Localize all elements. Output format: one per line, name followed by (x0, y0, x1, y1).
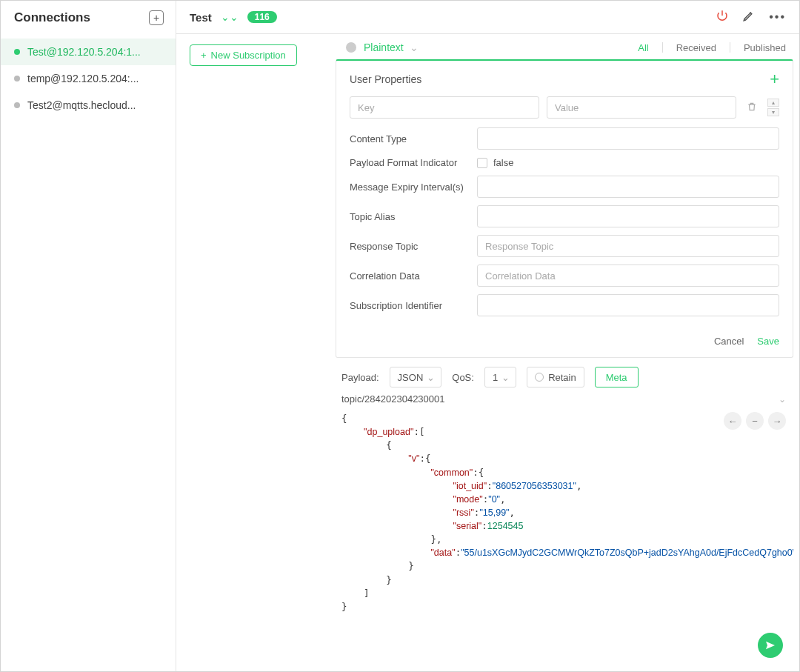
response-topic-input[interactable] (477, 235, 779, 257)
property-order-stepper[interactable]: ▴ ▾ (767, 99, 779, 116)
message-expiry-input[interactable] (477, 176, 779, 198)
connection-item[interactable]: temp@192.120.5.204:... (1, 65, 176, 92)
collapse-editor-icon[interactable]: ⌄ (779, 394, 786, 405)
topic-alias-input[interactable] (477, 205, 779, 227)
payload-editor[interactable]: { "dp_upload":[ { "v":{ "common":{ "iot_… (341, 409, 793, 613)
content-type-label: Content Type (350, 133, 477, 144)
plus-icon: + (149, 10, 164, 25)
trash-icon (747, 102, 757, 112)
dots-icon: ••• (769, 10, 786, 23)
message-filter-tabs: All Received Published (638, 42, 786, 53)
response-topic-label: Response Topic (350, 241, 477, 252)
tab-all[interactable]: All (638, 42, 648, 53)
tab-published[interactable]: Published (744, 42, 786, 53)
topic-input[interactable]: topic/284202304230001 (341, 393, 445, 405)
content-type-input[interactable] (477, 127, 779, 150)
qos-value: 1 (493, 372, 498, 383)
pencil-icon (742, 9, 756, 22)
connection-list: Test@192.120.5.204:1...temp@192.120.5.20… (1, 34, 176, 119)
payload-label: Payload: (341, 372, 379, 383)
more-button[interactable]: ••• (769, 10, 786, 24)
correlation-data-input[interactable] (477, 265, 779, 287)
sidebar: Connections + Test@192.120.5.204:1...tem… (1, 1, 176, 671)
status-dot (346, 42, 356, 53)
subscription-identifier-input[interactable] (477, 294, 779, 316)
connection-item[interactable]: Test2@mqtts.hecloud... (1, 92, 176, 119)
expand-icon[interactable]: ⌄⌄ (221, 11, 239, 23)
payload-bar: Payload: JSON QoS: 1 Retain Meta (336, 358, 799, 392)
status-dot (14, 49, 20, 55)
connection-name: Test (190, 11, 212, 24)
payload-format-indicator-value: false (493, 157, 513, 168)
caret-down-icon[interactable]: ▾ (767, 108, 779, 116)
connection-label: temp@192.120.5.204:... (27, 73, 139, 84)
editor-forward-button[interactable]: → (768, 412, 786, 430)
connection-item[interactable]: Test@192.120.5.204:1... (1, 39, 176, 65)
property-key-input[interactable] (350, 96, 539, 119)
retain-toggle[interactable]: Retain (527, 367, 584, 387)
topic-alias-label: Topic Alias (350, 211, 477, 222)
user-properties-title: User Properties (350, 73, 421, 85)
save-button[interactable]: Save (757, 336, 779, 347)
power-icon (716, 9, 729, 22)
message-count-badge: 116 (247, 11, 277, 23)
subscription-identifier-label: Subscription Identifier (350, 300, 477, 311)
payload-format-select[interactable]: JSON (390, 367, 442, 387)
delete-property-button[interactable] (744, 102, 760, 114)
status-dot (14, 76, 20, 81)
retain-label: Retain (548, 372, 576, 383)
chevron-down-icon: ⌄ (410, 41, 419, 53)
connection-label: Test@192.120.5.204:1... (27, 46, 141, 58)
editor-minus-button[interactable]: − (746, 412, 764, 430)
tab-received[interactable]: Received (676, 42, 716, 53)
user-properties-panel: User Properties + ▴ ▾ (336, 59, 793, 358)
add-connection-button[interactable]: + (147, 9, 165, 27)
format-dropdown[interactable]: Plaintext ⌄ (364, 41, 419, 53)
new-subscription-button[interactable]: + New Subscription (190, 44, 297, 66)
payload-format-value: JSON (398, 372, 424, 383)
correlation-data-label: Correlation Data (350, 270, 477, 282)
send-icon (764, 639, 776, 651)
meta-button[interactable]: Meta (595, 367, 639, 387)
top-bar: Test ⌄⌄ 116 ••• (176, 1, 799, 34)
status-dot (14, 102, 20, 108)
message-expiry-label: Message Expiry Interval(s) (350, 182, 477, 193)
editor-back-button[interactable]: ← (724, 412, 741, 430)
qos-select[interactable]: 1 (484, 367, 516, 387)
connection-label: Test2@mqtts.hecloud... (27, 99, 136, 111)
plus-icon: + (201, 50, 207, 61)
payload-format-indicator-checkbox[interactable] (477, 158, 487, 168)
cancel-button[interactable]: Cancel (714, 336, 744, 347)
edit-button[interactable] (742, 9, 756, 25)
format-label: Plaintext (364, 41, 404, 53)
property-value-input[interactable] (547, 96, 736, 119)
add-property-button[interactable]: + (770, 71, 779, 87)
payload-format-indicator-label: Payload Format Indicator (350, 157, 477, 168)
radio-icon (535, 373, 544, 382)
qos-label: QoS: (452, 372, 474, 383)
connections-title: Connections (14, 10, 90, 25)
caret-up-icon[interactable]: ▴ (767, 99, 779, 107)
send-button[interactable] (758, 633, 783, 658)
new-subscription-label: New Subscription (211, 50, 286, 61)
disconnect-button[interactable] (716, 9, 729, 25)
